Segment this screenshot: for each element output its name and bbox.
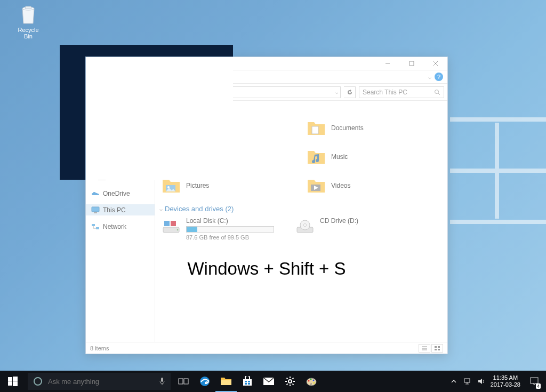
tab-computer[interactable]: Computer — [111, 70, 154, 83]
status-item-count: 8 items — [90, 345, 109, 351]
ribbon-tabs: File Computer View ⌵ ? — [86, 70, 447, 84]
svg-rect-53 — [243, 379, 252, 386]
folder-desktop[interactable]: Desktop — [162, 118, 296, 138]
taskbar-paint[interactable] — [301, 371, 322, 392]
address-dropdown-icon[interactable]: ⌵ — [335, 90, 338, 95]
tree-videos[interactable]: Videos — [86, 171, 155, 182]
tray-clock[interactable]: 11:35 AM 2017-03-28 — [491, 374, 520, 388]
folder-label: Downloads — [186, 153, 218, 161]
close-button[interactable] — [423, 57, 447, 70]
chevron-down-icon: ⌵ — [159, 107, 163, 113]
svg-rect-76 — [531, 378, 538, 383]
folder-label: Documents — [331, 124, 364, 132]
svg-rect-40 — [438, 346, 440, 348]
drive-cd-d[interactable]: CD Drive (D:) — [295, 217, 358, 241]
svg-rect-41 — [435, 349, 437, 350]
folder-music[interactable]: Music — [307, 147, 441, 166]
maximize-button[interactable] — [399, 57, 423, 70]
tray-volume-icon[interactable] — [477, 377, 486, 386]
ribbon-expand-icon[interactable]: ⌵ — [428, 74, 431, 80]
this-pc-icon — [91, 206, 100, 214]
taskbar-search-input[interactable] — [48, 378, 154, 386]
folders-section-header[interactable]: ⌵ Folders (6) — [159, 106, 441, 114]
svg-rect-5 — [410, 61, 414, 66]
svg-point-59 — [288, 380, 292, 383]
drive-local-c[interactable]: Local Disk (C:) 87.6 GB free of 99.5 GB — [162, 217, 274, 241]
view-details-button[interactable] — [419, 344, 430, 353]
titlebar[interactable]: ▾ | This PC — [86, 57, 447, 70]
folder-icon — [307, 147, 326, 166]
desktop-icon — [98, 117, 106, 125]
microphone-icon[interactable] — [159, 377, 165, 386]
tree-network[interactable]: Network — [86, 221, 155, 232]
action-center-button[interactable]: 4 — [525, 371, 544, 392]
tree-pictures[interactable]: Pictures 📌 — [86, 149, 155, 160]
content-pane: ⌵ Folders (6) Desktop Documents Download… — [155, 101, 447, 342]
drive-label: CD Drive (D:) — [320, 217, 358, 225]
tree-music[interactable]: Music — [86, 160, 155, 171]
folder-icon — [162, 118, 181, 138]
search-box[interactable] — [359, 86, 444, 98]
svg-rect-22 — [92, 224, 95, 226]
address-bar[interactable]: › This PC ⌵ — [149, 86, 341, 98]
taskbar: 11:35 AM 2017-03-28 4 — [0, 371, 546, 392]
tree-label: Pictures — [109, 151, 132, 158]
taskbar-edge[interactable] — [194, 371, 215, 392]
folder-label: Pictures — [186, 182, 209, 189]
tab-file[interactable]: File — [86, 70, 111, 83]
svg-rect-45 — [8, 381, 12, 386]
hard-drive-icon — [162, 217, 181, 236]
refresh-button[interactable] — [344, 86, 356, 98]
tree-documents[interactable]: Documents 📌 — [86, 138, 155, 149]
svg-rect-56 — [245, 383, 247, 385]
chevron-down-icon: ⌵ — [159, 206, 163, 212]
tree-this-pc[interactable]: This PC — [86, 204, 155, 215]
folder-downloads[interactable]: Downloads — [162, 147, 296, 166]
nav-back-button[interactable] — [89, 86, 101, 98]
tray-chevron-up-icon[interactable] — [449, 377, 459, 386]
recycle-bin-icon — [19, 4, 37, 25]
help-icon[interactable]: ? — [435, 73, 443, 81]
tray-network-icon[interactable] — [463, 377, 472, 386]
qat-properties-icon[interactable] — [100, 59, 108, 68]
tray-date: 2017-03-28 — [491, 381, 520, 388]
svg-rect-54 — [245, 381, 247, 382]
search-input[interactable] — [363, 89, 434, 96]
taskbar-settings[interactable] — [279, 371, 301, 392]
qat-dropdown-icon[interactable]: ▾ — [110, 59, 119, 68]
pin-icon: 📌 — [144, 129, 150, 135]
navigation-bar: ▾ › This PC ⌵ — [86, 84, 447, 101]
taskbar-search[interactable] — [28, 373, 171, 390]
drive-label: Local Disk (C:) — [186, 217, 274, 225]
tree-quick-access[interactable]: Quick access — [86, 104, 155, 115]
folder-icon — [307, 118, 326, 138]
minimize-button[interactable] — [375, 57, 399, 70]
folder-pictures[interactable]: Pictures — [162, 176, 296, 195]
task-view-button[interactable] — [173, 371, 194, 392]
tab-view[interactable]: View — [154, 70, 183, 83]
tree-desktop[interactable]: Desktop 📌 — [86, 115, 155, 126]
window-title: This PC — [125, 60, 151, 67]
svg-line-64 — [287, 378, 288, 379]
tree-label: Downloads — [109, 129, 141, 136]
taskbar-file-explorer[interactable] — [215, 371, 237, 392]
svg-rect-12 — [98, 118, 106, 124]
nav-up-button[interactable] — [134, 86, 146, 98]
svg-rect-55 — [248, 381, 250, 382]
tree-downloads[interactable]: Downloads 📌 — [86, 126, 155, 138]
folder-videos[interactable]: Videos — [307, 176, 441, 195]
tree-label: Documents — [108, 140, 141, 147]
drives-section-header[interactable]: ⌵ Devices and drives (2) — [159, 205, 441, 213]
start-button[interactable] — [0, 371, 26, 392]
tree-label: Music — [109, 162, 126, 170]
nav-recent-dropdown[interactable]: ▾ — [119, 86, 131, 98]
taskbar-mail[interactable] — [258, 371, 279, 392]
tree-onedrive[interactable]: OneDrive — [86, 188, 155, 199]
recycle-bin-shortcut[interactable]: Recycle Bin — [13, 4, 44, 39]
taskbar-store[interactable] — [237, 371, 258, 392]
svg-rect-43 — [8, 377, 12, 381]
tree-label: This PC — [103, 206, 126, 214]
folder-documents[interactable]: Documents — [307, 118, 441, 138]
nav-forward-button[interactable] — [104, 86, 116, 98]
view-large-icons-button[interactable] — [431, 344, 443, 353]
